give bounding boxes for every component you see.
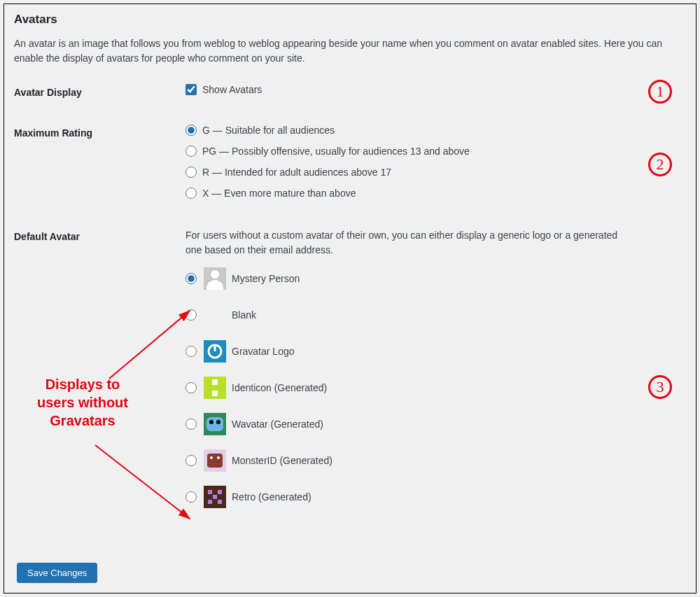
radio-input-avatar-wavatar[interactable] <box>186 419 197 430</box>
section-heading: Avatars <box>14 13 686 27</box>
radio-rating-pg[interactable]: PG — Possibly offensive, usually for aud… <box>186 146 686 157</box>
radio-rating-x[interactable]: X — Even more mature than above <box>186 188 686 199</box>
svg-rect-1 <box>214 344 216 351</box>
blank-icon <box>204 304 226 326</box>
gravatar-logo-icon <box>204 340 226 363</box>
radio-input-avatar-monsterid[interactable] <box>186 455 197 466</box>
label-avatar-display: Avatar Display <box>14 84 186 98</box>
radio-input-rating-r[interactable] <box>186 167 197 178</box>
radio-label-rating-g: G — Suitable for all audiences <box>202 125 335 136</box>
retro-icon <box>204 486 226 508</box>
avatars-settings-panel: Avatars An avatar is an image that follo… <box>4 3 696 594</box>
checkbox-input-show-avatars[interactable] <box>186 84 197 95</box>
radio-label-avatar-mystery: Mystery Person <box>232 273 300 284</box>
radio-label-avatar-gravatar: Gravatar Logo <box>232 346 295 357</box>
radio-avatar-blank[interactable]: Blank <box>186 304 686 326</box>
checkbox-show-avatars[interactable]: Show Avatars <box>186 84 686 95</box>
radio-input-avatar-retro[interactable] <box>186 491 197 503</box>
radio-label-avatar-blank: Blank <box>232 309 256 321</box>
save-changes-button[interactable]: Save Changes <box>17 563 97 583</box>
radio-avatar-wavatar[interactable]: Wavatar (Generated) <box>186 413 686 435</box>
radio-label-avatar-monsterid: MonsterID (Generated) <box>232 455 332 466</box>
row-avatar-display: Avatar Display Show Avatars 1 <box>14 84 686 105</box>
radio-label-rating-pg: PG — Possibly offensive, usually for aud… <box>202 146 470 157</box>
radio-label-avatar-retro: Retro (Generated) <box>232 491 312 503</box>
radio-input-avatar-mystery[interactable] <box>186 273 197 284</box>
annotation-text: Displays to users without Gravatars <box>27 375 139 430</box>
radio-rating-r[interactable]: R — Intended for adult audiences above 1… <box>186 167 686 178</box>
radio-label-avatar-wavatar: Wavatar (Generated) <box>232 419 323 430</box>
radio-rating-g[interactable]: G — Suitable for all audiences <box>186 125 686 136</box>
annotation-badge-3: 3 <box>648 375 672 399</box>
annotation-badge-1: 1 <box>648 80 672 104</box>
radio-avatar-monsterid[interactable]: MonsterID (Generated) <box>186 449 686 472</box>
radio-avatar-retro[interactable]: Retro (Generated) <box>186 486 686 508</box>
radio-label-avatar-identicon: Identicon (Generated) <box>232 382 327 393</box>
mystery-person-icon <box>204 267 226 290</box>
radio-input-avatar-gravatar[interactable] <box>186 346 197 357</box>
radio-label-rating-x: X — Even more mature than above <box>202 188 356 199</box>
checkbox-label-show-avatars: Show Avatars <box>202 84 262 95</box>
radio-avatar-identicon[interactable]: Identicon (Generated) <box>186 377 686 399</box>
radio-input-rating-pg[interactable] <box>186 146 197 157</box>
monsterid-icon <box>204 449 226 472</box>
radio-avatar-gravatar[interactable]: Gravatar Logo <box>186 340 686 363</box>
radio-input-rating-x[interactable] <box>186 188 197 199</box>
identicon-icon <box>204 377 226 399</box>
row-maximum-rating: Maximum Rating G — Suitable for all audi… <box>14 125 686 209</box>
wavatar-icon <box>204 413 226 435</box>
radio-input-avatar-blank[interactable] <box>186 309 197 321</box>
label-default-avatar: Default Avatar <box>14 228 186 242</box>
radio-avatar-mystery[interactable]: Mystery Person <box>186 267 686 290</box>
section-description: An avatar is an image that follows you f… <box>14 36 672 66</box>
radio-input-rating-g[interactable] <box>186 125 197 136</box>
label-maximum-rating: Maximum Rating <box>14 125 186 139</box>
annotation-badge-2: 2 <box>648 153 672 176</box>
helper-default-avatar: For users without a custom avatar of the… <box>186 228 634 258</box>
radio-input-avatar-identicon[interactable] <box>186 382 197 393</box>
radio-label-rating-r: R — Intended for adult audiences above 1… <box>202 167 391 178</box>
